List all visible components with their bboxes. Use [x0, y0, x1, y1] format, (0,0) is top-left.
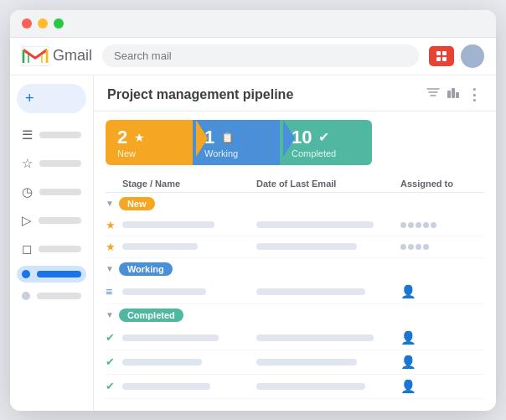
title-bar — [10, 10, 496, 38]
person-icon: 👤 — [400, 284, 416, 299]
avatar[interactable] — [461, 44, 484, 68]
row-assigned — [400, 244, 484, 250]
search-input[interactable] — [102, 44, 419, 67]
gmail-header: Gmail — [10, 38, 496, 75]
gmail-label: Gmail — [53, 47, 92, 65]
date-placeholder — [256, 383, 365, 390]
table-row[interactable]: ★ — [106, 215, 484, 236]
dot — [408, 222, 414, 228]
date-placeholder — [256, 243, 357, 250]
name-placeholder — [122, 243, 198, 250]
row-main — [122, 243, 256, 250]
group-badge-new: New — [119, 197, 155, 210]
name-placeholder — [122, 334, 219, 341]
row-date — [256, 334, 400, 341]
stage-new-info: 2 ★ New — [117, 127, 152, 158]
dot — [416, 222, 421, 228]
stage-new[interactable]: 2 ★ New — [106, 120, 198, 165]
th-stage-name: Stage / Name — [122, 179, 256, 189]
minimize-dot[interactable] — [38, 18, 48, 29]
person-icon: 👤 — [400, 355, 416, 370]
row-assigned — [400, 222, 484, 228]
table-row[interactable]: ★ — [106, 236, 484, 258]
group-badge-completed: Completed — [119, 309, 183, 322]
sidebar-item-more[interactable] — [17, 288, 86, 304]
dot — [416, 244, 421, 250]
group-row-completed: ▼ Completed — [106, 304, 484, 326]
svg-rect-8 — [442, 57, 447, 61]
row-icon-new-2: ★ — [106, 241, 122, 253]
sidebar-item-snoozed[interactable]: ◷ — [17, 180, 86, 204]
date-placeholder — [256, 359, 357, 366]
table-header: Stage / Name Date of Last Email Assigned… — [106, 174, 484, 193]
send-icon: ▷ — [22, 213, 32, 228]
sidebar-bar — [39, 132, 81, 138]
svg-rect-13 — [452, 88, 455, 98]
row-date — [256, 288, 400, 295]
compose-plus-icon: + — [25, 90, 34, 107]
row-icon-working-1: ≡ — [106, 285, 122, 298]
star-row-icon: ★ — [106, 241, 116, 253]
sidebar-bar-active — [37, 271, 81, 277]
sidebar-item-inbox[interactable]: ☰ — [17, 123, 86, 147]
more-options-icon[interactable]: ⋮ — [467, 86, 483, 104]
sidebar-item-sent[interactable]: ▷ — [17, 209, 86, 232]
name-placeholder — [122, 359, 202, 366]
content-actions: ⋮ — [426, 86, 483, 104]
stage-working-icon: 📋 — [221, 132, 234, 143]
stage-new-count: 2 — [117, 127, 127, 148]
assigned-dots — [400, 244, 429, 250]
name-placeholder — [122, 383, 210, 390]
stage-new-icon: ★ — [134, 131, 145, 144]
th-date: Date of Last Email — [256, 179, 400, 189]
svg-rect-5 — [436, 51, 441, 55]
close-dot[interactable] — [22, 18, 32, 29]
sidebar-item-drafts[interactable]: ◻ — [17, 237, 86, 261]
date-placeholder — [256, 334, 374, 341]
sidebar-item-starred[interactable]: ☆ — [17, 152, 86, 175]
row-icon-completed-3: ✔ — [106, 380, 122, 392]
stage-completed-info: 10 ✔ Completed — [292, 127, 336, 158]
group-row-new: ▼ New — [106, 193, 484, 215]
group-toggle-completed[interactable]: ▼ — [106, 310, 114, 319]
row-date — [256, 243, 400, 250]
chart-icon[interactable] — [447, 87, 460, 101]
doc-row-icon: ≡ — [106, 285, 112, 298]
grid-icon[interactable] — [429, 46, 454, 66]
dot — [400, 222, 406, 228]
content-header: Project management pipeline — [94, 75, 496, 111]
table-row[interactable]: ✔ 👤 — [106, 326, 484, 350]
compose-button[interactable]: + — [17, 84, 86, 113]
sidebar-item-pipeline[interactable] — [17, 266, 86, 283]
table-row[interactable]: ✔ 👤 — [106, 350, 484, 375]
sidebar: + ☰ ☆ ◷ ▷ ◻ — [10, 75, 94, 411]
sidebar-bar — [39, 189, 81, 195]
svg-rect-6 — [442, 51, 447, 55]
maximize-dot[interactable] — [54, 18, 64, 29]
row-icon-new-1: ★ — [106, 219, 122, 231]
content-area: Project management pipeline — [94, 75, 496, 411]
row-date — [256, 383, 400, 390]
group-badge-working: Working — [119, 262, 173, 276]
row-main — [122, 334, 256, 341]
table-row[interactable]: ≡ 👤 — [106, 280, 484, 304]
name-placeholder — [122, 221, 214, 228]
filter-icon[interactable] — [426, 87, 440, 101]
dot — [400, 244, 406, 250]
check-row-icon: ✔ — [106, 380, 115, 392]
dot — [423, 244, 429, 250]
row-assigned: 👤 — [400, 284, 484, 299]
dot — [431, 222, 436, 228]
row-main — [122, 221, 256, 228]
star-row-icon: ★ — [106, 219, 116, 231]
inbox-icon: ☰ — [22, 127, 33, 143]
dot — [423, 222, 429, 228]
pipeline-stages: 2 ★ New 1 📋 Working — [94, 111, 496, 174]
sidebar-bar — [39, 246, 81, 252]
group-toggle-working[interactable]: ▼ — [106, 264, 114, 273]
table-row[interactable]: ✔ 👤 — [106, 375, 484, 399]
group-toggle-new[interactable]: ▼ — [106, 199, 114, 208]
row-assigned: 👤 — [400, 379, 484, 394]
group-row-working: ▼ Working — [106, 258, 484, 280]
gmail-logo: Gmail — [22, 46, 92, 66]
